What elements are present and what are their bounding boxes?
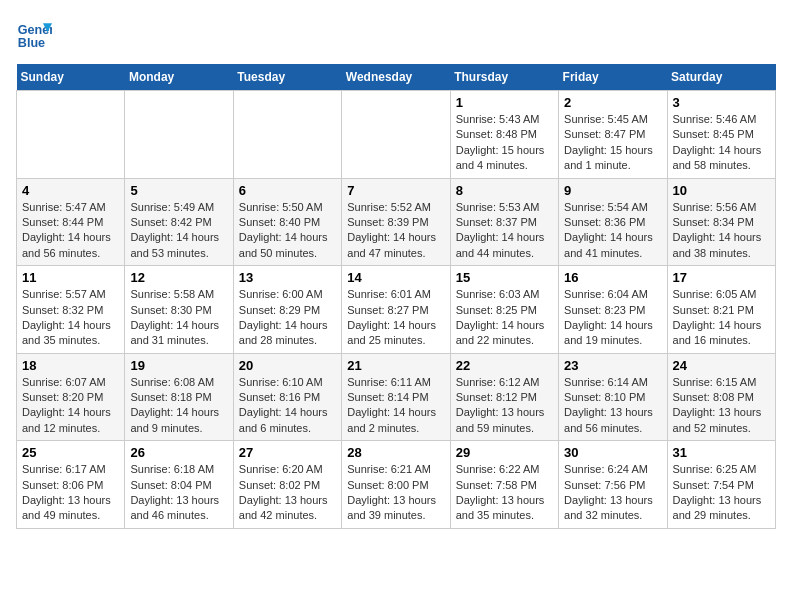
day-info: Sunrise: 6:25 AM Sunset: 7:54 PM Dayligh… (673, 462, 770, 524)
header: General Blue (16, 16, 776, 52)
calendar-cell: 24Sunrise: 6:15 AM Sunset: 8:08 PM Dayli… (667, 353, 775, 441)
day-number: 13 (239, 270, 336, 285)
day-number: 10 (673, 183, 770, 198)
day-info: Sunrise: 5:56 AM Sunset: 8:34 PM Dayligh… (673, 200, 770, 262)
day-number: 31 (673, 445, 770, 460)
day-info: Sunrise: 6:14 AM Sunset: 8:10 PM Dayligh… (564, 375, 661, 437)
day-info: Sunrise: 6:01 AM Sunset: 8:27 PM Dayligh… (347, 287, 444, 349)
day-info: Sunrise: 6:03 AM Sunset: 8:25 PM Dayligh… (456, 287, 553, 349)
day-info: Sunrise: 6:15 AM Sunset: 8:08 PM Dayligh… (673, 375, 770, 437)
day-info: Sunrise: 5:57 AM Sunset: 8:32 PM Dayligh… (22, 287, 119, 349)
day-info: Sunrise: 6:05 AM Sunset: 8:21 PM Dayligh… (673, 287, 770, 349)
calendar-cell: 12Sunrise: 5:58 AM Sunset: 8:30 PM Dayli… (125, 266, 233, 354)
day-number: 4 (22, 183, 119, 198)
day-number: 23 (564, 358, 661, 373)
day-info: Sunrise: 5:50 AM Sunset: 8:40 PM Dayligh… (239, 200, 336, 262)
day-info: Sunrise: 5:43 AM Sunset: 8:48 PM Dayligh… (456, 112, 553, 174)
day-info: Sunrise: 5:53 AM Sunset: 8:37 PM Dayligh… (456, 200, 553, 262)
day-info: Sunrise: 6:18 AM Sunset: 8:04 PM Dayligh… (130, 462, 227, 524)
day-info: Sunrise: 6:11 AM Sunset: 8:14 PM Dayligh… (347, 375, 444, 437)
day-info: Sunrise: 5:52 AM Sunset: 8:39 PM Dayligh… (347, 200, 444, 262)
day-info: Sunrise: 5:45 AM Sunset: 8:47 PM Dayligh… (564, 112, 661, 174)
calendar-cell: 14Sunrise: 6:01 AM Sunset: 8:27 PM Dayli… (342, 266, 450, 354)
weekday-header-friday: Friday (559, 64, 667, 91)
calendar-cell: 4Sunrise: 5:47 AM Sunset: 8:44 PM Daylig… (17, 178, 125, 266)
weekday-header-wednesday: Wednesday (342, 64, 450, 91)
day-info: Sunrise: 6:12 AM Sunset: 8:12 PM Dayligh… (456, 375, 553, 437)
day-info: Sunrise: 5:54 AM Sunset: 8:36 PM Dayligh… (564, 200, 661, 262)
calendar-cell: 16Sunrise: 6:04 AM Sunset: 8:23 PM Dayli… (559, 266, 667, 354)
day-number: 19 (130, 358, 227, 373)
day-info: Sunrise: 5:58 AM Sunset: 8:30 PM Dayligh… (130, 287, 227, 349)
calendar-cell: 29Sunrise: 6:22 AM Sunset: 7:58 PM Dayli… (450, 441, 558, 529)
calendar-cell: 15Sunrise: 6:03 AM Sunset: 8:25 PM Dayli… (450, 266, 558, 354)
day-number: 2 (564, 95, 661, 110)
day-number: 27 (239, 445, 336, 460)
weekday-header-sunday: Sunday (17, 64, 125, 91)
calendar-cell: 1Sunrise: 5:43 AM Sunset: 8:48 PM Daylig… (450, 91, 558, 179)
day-info: Sunrise: 6:00 AM Sunset: 8:29 PM Dayligh… (239, 287, 336, 349)
calendar-cell: 22Sunrise: 6:12 AM Sunset: 8:12 PM Dayli… (450, 353, 558, 441)
calendar-cell: 5Sunrise: 5:49 AM Sunset: 8:42 PM Daylig… (125, 178, 233, 266)
day-number: 25 (22, 445, 119, 460)
calendar-cell: 19Sunrise: 6:08 AM Sunset: 8:18 PM Dayli… (125, 353, 233, 441)
logo: General Blue (16, 16, 56, 52)
day-info: Sunrise: 6:07 AM Sunset: 8:20 PM Dayligh… (22, 375, 119, 437)
day-info: Sunrise: 5:47 AM Sunset: 8:44 PM Dayligh… (22, 200, 119, 262)
weekday-header-monday: Monday (125, 64, 233, 91)
calendar-cell: 23Sunrise: 6:14 AM Sunset: 8:10 PM Dayli… (559, 353, 667, 441)
day-info: Sunrise: 6:04 AM Sunset: 8:23 PM Dayligh… (564, 287, 661, 349)
day-number: 22 (456, 358, 553, 373)
day-number: 21 (347, 358, 444, 373)
day-info: Sunrise: 6:22 AM Sunset: 7:58 PM Dayligh… (456, 462, 553, 524)
day-info: Sunrise: 5:49 AM Sunset: 8:42 PM Dayligh… (130, 200, 227, 262)
day-info: Sunrise: 6:21 AM Sunset: 8:00 PM Dayligh… (347, 462, 444, 524)
weekday-header-saturday: Saturday (667, 64, 775, 91)
calendar-cell (125, 91, 233, 179)
calendar-cell (17, 91, 125, 179)
day-number: 17 (673, 270, 770, 285)
calendar-cell: 11Sunrise: 5:57 AM Sunset: 8:32 PM Dayli… (17, 266, 125, 354)
calendar-cell: 10Sunrise: 5:56 AM Sunset: 8:34 PM Dayli… (667, 178, 775, 266)
calendar-table: SundayMondayTuesdayWednesdayThursdayFrid… (16, 64, 776, 529)
calendar-cell (233, 91, 341, 179)
calendar-cell: 7Sunrise: 5:52 AM Sunset: 8:39 PM Daylig… (342, 178, 450, 266)
svg-text:Blue: Blue (18, 36, 45, 50)
day-number: 18 (22, 358, 119, 373)
day-number: 8 (456, 183, 553, 198)
calendar-cell (342, 91, 450, 179)
day-number: 3 (673, 95, 770, 110)
day-number: 14 (347, 270, 444, 285)
day-info: Sunrise: 6:08 AM Sunset: 8:18 PM Dayligh… (130, 375, 227, 437)
calendar-cell: 13Sunrise: 6:00 AM Sunset: 8:29 PM Dayli… (233, 266, 341, 354)
calendar-cell: 8Sunrise: 5:53 AM Sunset: 8:37 PM Daylig… (450, 178, 558, 266)
day-number: 29 (456, 445, 553, 460)
day-number: 9 (564, 183, 661, 198)
day-number: 7 (347, 183, 444, 198)
day-info: Sunrise: 6:17 AM Sunset: 8:06 PM Dayligh… (22, 462, 119, 524)
calendar-cell: 25Sunrise: 6:17 AM Sunset: 8:06 PM Dayli… (17, 441, 125, 529)
day-number: 24 (673, 358, 770, 373)
day-number: 30 (564, 445, 661, 460)
logo-icon: General Blue (16, 16, 52, 52)
day-number: 12 (130, 270, 227, 285)
calendar-cell: 20Sunrise: 6:10 AM Sunset: 8:16 PM Dayli… (233, 353, 341, 441)
weekday-header-thursday: Thursday (450, 64, 558, 91)
calendar-cell: 28Sunrise: 6:21 AM Sunset: 8:00 PM Dayli… (342, 441, 450, 529)
day-number: 5 (130, 183, 227, 198)
calendar-cell: 18Sunrise: 6:07 AM Sunset: 8:20 PM Dayli… (17, 353, 125, 441)
day-number: 11 (22, 270, 119, 285)
calendar-cell: 30Sunrise: 6:24 AM Sunset: 7:56 PM Dayli… (559, 441, 667, 529)
day-number: 26 (130, 445, 227, 460)
calendar-cell: 17Sunrise: 6:05 AM Sunset: 8:21 PM Dayli… (667, 266, 775, 354)
calendar-cell: 6Sunrise: 5:50 AM Sunset: 8:40 PM Daylig… (233, 178, 341, 266)
calendar-cell: 27Sunrise: 6:20 AM Sunset: 8:02 PM Dayli… (233, 441, 341, 529)
day-number: 6 (239, 183, 336, 198)
calendar-cell: 31Sunrise: 6:25 AM Sunset: 7:54 PM Dayli… (667, 441, 775, 529)
day-number: 20 (239, 358, 336, 373)
day-number: 15 (456, 270, 553, 285)
calendar-cell: 2Sunrise: 5:45 AM Sunset: 8:47 PM Daylig… (559, 91, 667, 179)
day-number: 16 (564, 270, 661, 285)
calendar-cell: 3Sunrise: 5:46 AM Sunset: 8:45 PM Daylig… (667, 91, 775, 179)
day-info: Sunrise: 6:24 AM Sunset: 7:56 PM Dayligh… (564, 462, 661, 524)
